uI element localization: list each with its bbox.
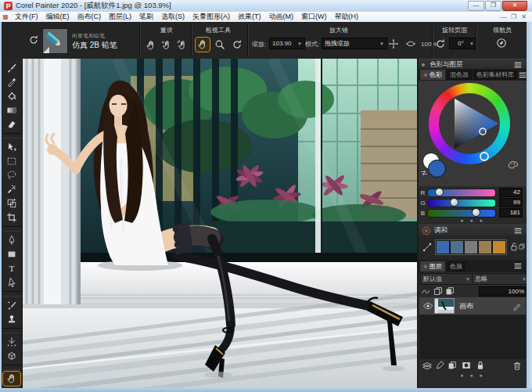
dynamic-plugins-icon[interactable] <box>434 360 445 371</box>
navigator-compass-icon[interactable] <box>494 36 509 50</box>
minimize-button[interactable]: — <box>468 1 484 11</box>
grabber-tool[interactable] <box>3 372 20 386</box>
composite-depth-dropdown[interactable]: 忽略▼ <box>472 273 530 285</box>
new-layer-mask-icon[interactable] <box>461 360 472 371</box>
color-tab[interactable]: 色彩集材料库 <box>473 70 517 80</box>
mdi-minimize-button[interactable]: — <box>498 13 509 20</box>
layer-opacity-field[interactable]: 100% <box>479 286 527 297</box>
hamburger-menu-icon[interactable] <box>512 225 523 236</box>
saturation-value-triangle[interactable] <box>429 83 510 164</box>
magic-wand-tool[interactable] <box>3 182 20 196</box>
divine-proportion-tool[interactable] <box>3 335 20 349</box>
delete-layer-icon[interactable] <box>512 360 523 371</box>
menu-item[interactable]: 文件(F) <box>11 12 42 22</box>
rotate-page-icon[interactable] <box>433 37 448 51</box>
panel-resize-dots[interactable]: ● ● ● <box>419 372 527 378</box>
crop-tool[interactable] <box>3 210 20 225</box>
brush-category-label[interactable]: 向量笔和铅笔 <box>72 32 105 40</box>
chevron-down-icon[interactable]: ▼ <box>466 277 470 282</box>
view-tool-rotate-page-icon[interactable] <box>230 38 244 52</box>
menu-item[interactable]: 矢量图形(A) <box>189 12 234 22</box>
mdi-close-button[interactable]: ✕ <box>519 13 529 20</box>
main-color-swatch[interactable] <box>428 160 446 178</box>
harmony-swatch[interactable] <box>450 240 464 254</box>
slider-value-field[interactable]: 99 <box>499 198 523 207</box>
slider-knob[interactable] <box>450 198 458 207</box>
slider-knob[interactable] <box>435 188 444 196</box>
chevron-down-icon[interactable]: ▼ <box>469 41 474 46</box>
close-button[interactable]: ✕ <box>502 1 527 11</box>
brush-selector[interactable] <box>42 28 68 54</box>
perspective-grid-tool[interactable] <box>3 349 20 363</box>
lasso-tool[interactable] <box>3 168 20 182</box>
layers-tab[interactable]: ⊗图层 <box>420 261 445 272</box>
menu-item[interactable]: 动画(M) <box>265 12 298 22</box>
layer-visibility-eye-icon[interactable] <box>422 300 434 311</box>
title-bar[interactable]: P Corel Painter 2020 - [威航软件1.jpg @ 103.… <box>0 0 532 13</box>
scale-field[interactable]: 103.90▼ <box>269 38 305 49</box>
mdi-restore-button[interactable]: ❐ <box>509 13 519 20</box>
pickup-underlying-icon[interactable] <box>433 286 444 297</box>
layer-row[interactable]: 画布 <box>419 297 526 315</box>
view-tool-grabber-icon[interactable] <box>196 38 210 52</box>
mode-dropdown[interactable]: 拖拽缩放▼ <box>322 38 387 49</box>
paint-bucket-tool[interactable] <box>3 89 20 103</box>
hamburger-menu-icon[interactable] <box>512 261 523 272</box>
color-tab[interactable]: 混色器 <box>447 70 472 80</box>
new-swatch-icon[interactable] <box>518 242 526 251</box>
transform-tool[interactable] <box>3 196 20 210</box>
ignore-strokes-icon[interactable] <box>421 286 432 297</box>
text-tool[interactable]: T <box>3 261 20 275</box>
fit-to-screen-icon[interactable] <box>404 37 418 51</box>
menu-item[interactable]: 图层(L) <box>105 12 135 22</box>
hue-marker[interactable] <box>480 153 488 160</box>
reset-rotate-icon[interactable] <box>175 38 189 52</box>
swap-colors-icon[interactable] <box>419 168 429 178</box>
menu-item[interactable]: 窗口(W) <box>297 12 331 22</box>
close-tab-icon[interactable]: ⊗ <box>423 70 428 80</box>
gradient-tool[interactable] <box>3 103 20 117</box>
menu-item[interactable]: 笔刷 <box>135 12 157 22</box>
harmony-swatch[interactable] <box>478 240 492 254</box>
layer-adjuster-tool[interactable] <box>3 140 20 154</box>
rotation-angle-field[interactable]: 0°▼ <box>449 38 477 49</box>
restore-default-variant-icon[interactable] <box>27 33 41 47</box>
harmony-swatch[interactable] <box>464 240 478 254</box>
slider-value-field[interactable]: 42 <box>499 188 523 197</box>
r-slider[interactable] <box>427 189 496 197</box>
close-panel-icon[interactable] <box>421 225 432 236</box>
slider-knob[interactable] <box>472 208 480 217</box>
shape-select-tool[interactable] <box>3 275 20 290</box>
menu-item[interactable]: 帮助(H) <box>331 12 363 22</box>
menu-item[interactable]: 选取(S) <box>157 12 189 22</box>
slider-value-field[interactable]: 181 <box>499 208 523 218</box>
menu-item[interactable]: 效果(T) <box>234 12 265 22</box>
stamp-tool[interactable] <box>3 312 20 326</box>
harmony-swatch[interactable] <box>492 240 506 254</box>
reset-drag-icon[interactable] <box>160 38 174 52</box>
group-layers-icon[interactable] <box>447 360 458 371</box>
layer-edit-icon[interactable] <box>512 301 522 311</box>
brush-variant-label[interactable]: 仿真 2B 铅笔 <box>72 40 117 51</box>
layers-tab[interactable]: 色频 <box>447 261 466 272</box>
b-slider[interactable] <box>427 209 496 218</box>
new-layer-icon[interactable] <box>422 360 433 371</box>
chevron-down-icon[interactable]: ▼ <box>297 41 302 46</box>
document-canvas[interactable] <box>23 59 417 388</box>
panel-resize-dots[interactable]: ● ● ● <box>419 218 527 223</box>
pan-zoom-icon[interactable] <box>386 37 401 51</box>
harmony-link-icon[interactable] <box>422 242 433 253</box>
dropper-tool[interactable] <box>3 75 20 89</box>
pen-tool[interactable] <box>3 233 20 247</box>
duplicate-layer-icon[interactable] <box>444 286 455 297</box>
eraser-tool[interactable] <box>3 117 20 131</box>
reset-hand-icon[interactable] <box>144 38 158 52</box>
rect-select-tool[interactable] <box>3 154 20 168</box>
chevron-down-icon[interactable]: ▼ <box>379 41 384 46</box>
view-tool-magnifier-icon[interactable] <box>213 38 227 52</box>
harmony-header[interactable]: 调和 <box>419 225 527 236</box>
g-slider[interactable] <box>427 199 496 207</box>
layer-thumbnail[interactable] <box>434 298 455 314</box>
lock-layer-icon[interactable] <box>475 360 486 371</box>
rect-shape-tool[interactable] <box>3 247 20 261</box>
